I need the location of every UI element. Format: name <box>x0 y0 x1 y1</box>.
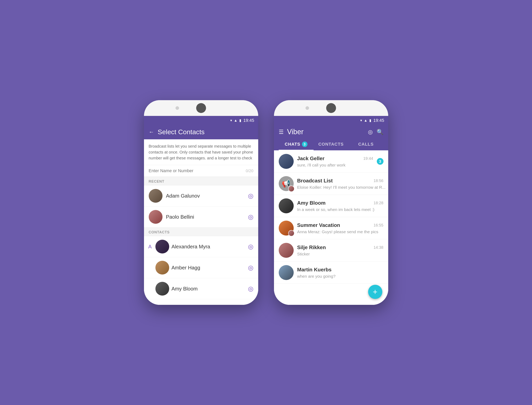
chat-name-martin: Martin Kuerbs <box>297 267 332 273</box>
battery-icon-2: ▮ <box>369 118 371 123</box>
contacts-section-header: CONTACTS <box>144 228 258 236</box>
chat-top-row-martin: Martin Kuerbs <box>297 267 383 273</box>
camera-icon[interactable]: ◎ <box>368 129 373 135</box>
chat-time-jack: 19:44 <box>363 156 373 161</box>
page-title-1: Select Contacts <box>158 128 254 136</box>
battery-icon: ▮ <box>239 118 241 123</box>
tab-contacts[interactable]: CONTACTS <box>314 139 348 150</box>
chat-message-silje: Sticker <box>297 252 310 256</box>
avatar-amber <box>155 261 169 275</box>
viber-icon-paolo: ◎ <box>248 213 254 221</box>
viber-header: ☰ Viber ◎ 🔍 CHATS 3 CONTACTS CALLS <box>274 125 388 150</box>
chat-message-broadcast: Eloise Koiller: Hey! I'll meet you tomor… <box>297 185 386 189</box>
chat-top-row-jack: Jack Geller 19:44 <box>297 155 373 162</box>
status-time-1: 19:45 <box>243 118 254 123</box>
chat-time-summer: 16:55 <box>373 223 383 228</box>
search-input[interactable] <box>149 168 246 173</box>
chat-content-jack: Jack Geller 19:44 sure, i'll call you af… <box>297 155 373 168</box>
contact-item-paolo[interactable]: Paolo Bellini ◎ <box>144 206 258 228</box>
tab-contacts-label: CONTACTS <box>318 142 344 147</box>
contact-name-alex: Alexandera Myra <box>172 244 246 250</box>
phone-2: ▾ ▲ ▮ 19:45 ☰ Viber ◎ 🔍 CHATS 3 <box>274 100 388 305</box>
avatar-alex <box>155 240 169 253</box>
chat-item-amy[interactable]: Amy Bloom 18:28 In a week or so, when im… <box>274 195 388 217</box>
viber-title: Viber <box>287 128 364 136</box>
chat-message-summer: Anna Meraz: Guys! please send me the pic… <box>297 230 378 234</box>
hamburger-menu-icon[interactable]: ☰ <box>279 129 284 135</box>
viber-header-top: ☰ Viber ◎ 🔍 <box>279 128 383 139</box>
viber-icon-alex: ◎ <box>248 243 254 250</box>
avatar-paolo <box>149 210 163 224</box>
fab-button[interactable]: + <box>368 285 382 299</box>
avatar-broadcast: 📢 <box>279 176 294 191</box>
avatar-amy-chat <box>279 198 294 213</box>
avatar-adam <box>149 189 163 203</box>
chat-name-summer: Summer Vacation <box>297 222 340 228</box>
back-button[interactable]: ← <box>149 129 154 135</box>
chat-item-jack[interactable]: Jack Geller 19:44 sure, i'll call you af… <box>274 150 388 173</box>
phone-top-bar-2 <box>274 100 388 116</box>
tab-chats[interactable]: CHATS 3 <box>279 139 314 150</box>
status-bar-1: ▾ ▲ ▮ 19:45 <box>144 116 258 125</box>
front-camera-big-1 <box>196 103 206 113</box>
header-icons: ◎ 🔍 <box>368 129 383 135</box>
phone-top-bar-1 <box>144 100 258 116</box>
viber-icon-adam: ◎ <box>248 192 254 200</box>
chat-time-broadcast: 18:56 <box>373 178 383 183</box>
chat-top-row-amy: Amy Bloom 18:28 <box>297 200 383 206</box>
contact-item-adam[interactable]: Adam Galunov ◎ <box>144 185 258 206</box>
phone-screen-2: ▾ ▲ ▮ 19:45 ☰ Viber ◎ 🔍 CHATS 3 <box>274 116 388 305</box>
tab-chats-label: CHATS <box>285 142 300 147</box>
search-wrapper: 0/20 <box>144 165 258 177</box>
chat-top-row-broadcast: Broadcast List 18:56 <box>297 178 383 184</box>
front-camera-big-2 <box>326 103 336 113</box>
chat-content-broadcast: Broadcast List 18:56 Eloise Koiller: Hey… <box>297 178 383 190</box>
chat-content-amy: Amy Bloom 18:28 In a week or so, when im… <box>297 200 383 212</box>
chat-time-amy: 18:28 <box>373 201 383 205</box>
unread-badge-jack: 3 <box>377 158 383 165</box>
broadcast-info: Broadcast lists let you send separate me… <box>144 139 258 165</box>
chat-content-summer: Summer Vacation 16:55 Anna Meraz: Guys! … <box>297 222 383 234</box>
chat-name-broadcast: Broadcast List <box>297 178 333 184</box>
viber-icon-amy: ◎ <box>248 285 254 292</box>
contact-name-paolo: Paolo Bellini <box>166 214 244 220</box>
chat-content-martin: Martin Kuerbs when are you going? <box>297 267 383 279</box>
chat-name-amy: Amy Bloom <box>297 200 325 206</box>
chat-item-summer[interactable]: Summer Vacation 16:55 Anna Meraz: Guys! … <box>274 217 388 239</box>
front-camera-small-1 <box>175 106 179 110</box>
tab-calls[interactable]: CALLS <box>348 139 383 150</box>
viber-icon-amber: ◎ <box>248 264 254 271</box>
avatar-silje <box>279 243 294 258</box>
search-count: 0/20 <box>246 169 254 173</box>
contact-item-amy[interactable]: Amy Bloom ◎ <box>144 278 258 299</box>
status-bar-2: ▾ ▲ ▮ 19:45 <box>274 116 388 125</box>
index-letter-a: A <box>147 244 153 250</box>
chat-top-row-silje: Silje Rikken 14:38 <box>297 244 383 250</box>
contact-item-alex[interactable]: A Alexandera Myra ◎ <box>144 236 258 257</box>
summer-mini-avatar <box>288 230 294 236</box>
chat-right-jack: 3 <box>377 158 383 165</box>
avatar-martin <box>279 265 294 280</box>
avatar-summer <box>279 221 294 236</box>
search-icon[interactable]: 🔍 <box>377 129 383 135</box>
contact-name-adam: Adam Galunov <box>166 193 244 199</box>
chat-list: Jack Geller 19:44 sure, i'll call you af… <box>274 150 388 305</box>
signal-icon-2: ▲ <box>364 118 367 123</box>
chat-name-jack: Jack Geller <box>297 155 325 162</box>
chat-item-silje[interactable]: Silje Rikken 14:38 Sticker <box>274 239 388 262</box>
app-header-1: ← Select Contacts <box>144 125 258 139</box>
recent-section-header: RECENT <box>144 177 258 185</box>
chat-time-silje: 14:38 <box>373 245 383 250</box>
chat-message-amy: In a week or so, when im back lets meet … <box>297 207 374 212</box>
chat-name-silje: Silje Rikken <box>297 244 326 250</box>
broadcast-mini-avatar <box>288 186 294 192</box>
chat-message-martin: when are you going? <box>297 274 336 278</box>
front-camera-small-2 <box>305 106 309 110</box>
chat-item-broadcast[interactable]: 📢 Broadcast List 18:56 Eloise Koiller: H… <box>274 173 388 195</box>
wifi-icon: ▾ <box>230 118 232 123</box>
chat-item-martin[interactable]: Martin Kuerbs when are you going? <box>274 262 388 284</box>
chat-content-silje: Silje Rikken 14:38 Sticker <box>297 244 383 256</box>
signal-icon: ▲ <box>234 118 238 123</box>
tab-chats-badge: 3 <box>302 142 307 147</box>
contact-item-amber[interactable]: Amber Hagg ◎ <box>144 257 258 278</box>
